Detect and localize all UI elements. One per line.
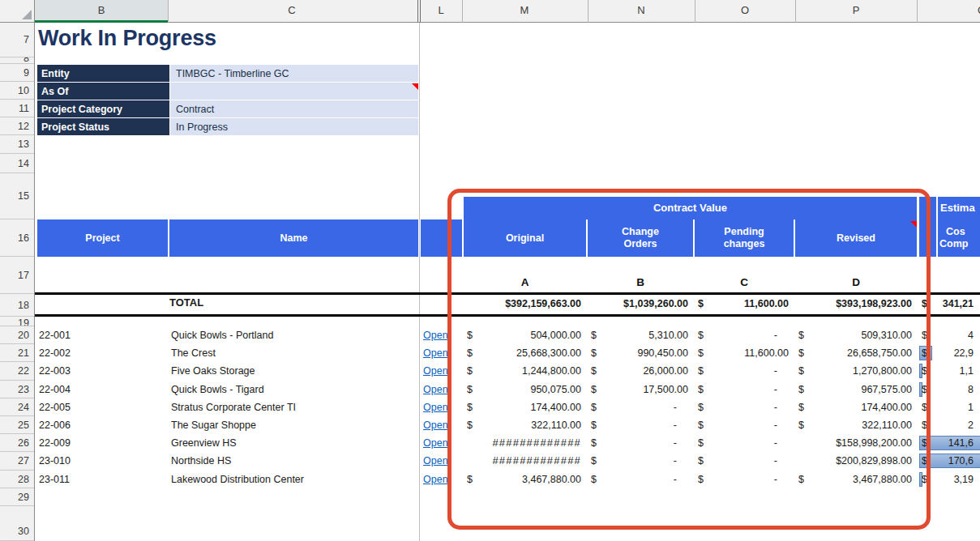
cell-project-code[interactable]: 22-006 (39, 416, 162, 434)
open-link[interactable]: Open (423, 381, 451, 398)
cell-m[interactable]: $174,400.00 (464, 398, 586, 416)
cell-m[interactable]: $322,110.00 (464, 416, 586, 434)
cell-m[interactable]: $1,244,800.00 (464, 362, 586, 380)
cell-m[interactable]: $504,000.00 (464, 326, 586, 344)
col-header-revised[interactable]: Revised (795, 219, 917, 257)
column-header-m[interactable]: M (520, 4, 529, 16)
row-header-29[interactable]: 29 (0, 488, 34, 506)
cell-project-name[interactable]: Quick Bowls - Portland (171, 326, 414, 344)
cell-project-code[interactable]: 23-010 (39, 452, 162, 470)
column-header-n[interactable]: N (637, 4, 644, 16)
cell-n[interactable]: $- (588, 452, 693, 470)
info-value-2[interactable]: Contract (170, 100, 418, 117)
cell-m[interactable]: ############# (464, 434, 586, 452)
open-link[interactable]: Open (423, 326, 451, 344)
row-header-22[interactable]: 22 (0, 362, 34, 381)
cell-project-code[interactable]: 22-009 (39, 434, 162, 452)
cell-m[interactable]: ############# (464, 452, 586, 470)
cell-p[interactable]: $200,829,898.00 (795, 452, 917, 470)
column-header-b[interactable]: B (98, 4, 105, 16)
cell-q[interactable]: $170,6 (918, 452, 978, 470)
group-header-estimated-clipped[interactable]: Estima (938, 197, 980, 219)
row-header-17[interactable]: 17 (0, 257, 34, 294)
column-header-p[interactable]: P (853, 4, 860, 16)
cell-n[interactable]: $5,310.00 (588, 326, 693, 344)
col-header-original[interactable]: Original (464, 219, 586, 257)
row-header-18[interactable]: 18 (0, 294, 34, 317)
open-link[interactable]: Open (423, 452, 451, 470)
cell-project-name[interactable]: Greenview HS (171, 434, 414, 452)
col-header-cost-completion-clipped[interactable]: Cos Comp (938, 219, 980, 257)
row-header-28[interactable]: 28 (0, 471, 34, 488)
col-header-link-blank[interactable] (421, 219, 462, 257)
total-q[interactable]: $341,21 (918, 295, 978, 313)
cell-project-name[interactable]: Lakewood Distribution Center (171, 471, 414, 488)
open-link[interactable]: Open (423, 434, 451, 452)
cell-project-name[interactable]: Quick Bowls - Tigard (171, 381, 414, 398)
group-header-spacer[interactable] (919, 197, 936, 219)
cell-p[interactable]: $509,310.00 (795, 326, 917, 344)
row-header-26[interactable]: 26 (0, 434, 34, 452)
row-header-16[interactable]: 16 (0, 219, 34, 257)
cell-q[interactable]: $8 (918, 381, 978, 398)
cell-o[interactable]: $- (695, 452, 794, 470)
cell-q[interactable]: $3,19 (918, 471, 978, 488)
cell-project-code[interactable]: 22-004 (39, 381, 162, 398)
cell-project-code[interactable]: 22-002 (39, 344, 162, 362)
cell-project-code[interactable]: 22-001 (39, 326, 162, 344)
open-link[interactable]: Open (423, 416, 451, 434)
open-link[interactable]: Open (423, 398, 451, 416)
cell-n[interactable]: $- (588, 416, 693, 434)
row-header-27[interactable]: 27 (0, 452, 34, 471)
column-header-o[interactable]: O (741, 4, 749, 16)
cell-o[interactable]: $- (695, 398, 794, 416)
cell-o[interactable]: $- (695, 326, 794, 344)
group-header-contract-value[interactable]: Contract Value (464, 197, 917, 219)
info-value-1[interactable] (170, 83, 418, 100)
cell-o[interactable]: $- (695, 416, 794, 434)
cell-project-name[interactable]: Northside HS (171, 452, 414, 470)
cell-project-name[interactable]: Stratus Corporate Center TI (171, 398, 414, 416)
row-header-14[interactable]: 14 (0, 154, 34, 173)
row-header-7[interactable]: 7 (0, 23, 34, 58)
cell-o[interactable]: $- (695, 381, 794, 398)
row-header-10[interactable]: 10 (0, 82, 34, 100)
row-header-19[interactable]: 19 (0, 317, 34, 326)
row-header-21[interactable]: 21 (0, 344, 34, 362)
row-header-13[interactable]: 13 (0, 135, 34, 154)
col-header-pending-changes[interactable]: Pending changes (695, 226, 794, 250)
row-header-30[interactable]: 30 (0, 506, 34, 541)
total-n[interactable]: $1,039,260.00 (588, 295, 693, 313)
cell-p[interactable]: $26,658,750.00 (795, 344, 917, 362)
cell-n[interactable]: $26,000.00 (588, 362, 693, 380)
row-header-9[interactable]: 9 (0, 64, 34, 82)
total-label[interactable]: TOTAL (169, 296, 203, 309)
cell-project-code[interactable]: 22-003 (39, 362, 162, 380)
cell-n[interactable]: $- (588, 434, 693, 452)
cell-project-name[interactable]: The Sugar Shoppe (171, 416, 414, 434)
cell-o[interactable]: $11,600.00 (695, 344, 794, 362)
column-header-c[interactable]: C (288, 4, 295, 16)
cell-p[interactable]: $3,467,880.00 (795, 471, 917, 488)
cell-o[interactable]: $- (695, 434, 794, 452)
cell-project-name[interactable]: The Crest (171, 344, 414, 362)
cell-p[interactable]: $1,270,800.00 (795, 362, 917, 380)
cell-q[interactable]: $1 (918, 398, 978, 416)
open-link[interactable]: Open (423, 344, 451, 362)
cell-m[interactable]: $25,668,300.00 (464, 344, 586, 362)
cell-p[interactable]: $322,110.00 (795, 416, 917, 434)
row-header-8[interactable]: 8 (0, 58, 34, 64)
col-header-spacer[interactable] (919, 219, 936, 257)
row-header-20[interactable]: 20 (0, 326, 34, 344)
cell-n[interactable]: $990,450.00 (588, 344, 693, 362)
col-header-change-orders[interactable]: Change Orders (588, 226, 693, 250)
cell-project-code[interactable]: 23-011 (39, 471, 162, 488)
row-header-23[interactable]: 23 (0, 381, 34, 398)
cell-n[interactable]: $- (588, 471, 693, 488)
cell-p[interactable]: $174,400.00 (795, 398, 917, 416)
cell-q[interactable]: $1,1 (918, 362, 978, 380)
cell-n[interactable]: $- (588, 398, 693, 416)
cell-project-name[interactable]: Five Oaks Storage (171, 362, 414, 380)
cell-n[interactable]: $17,500.00 (588, 381, 693, 398)
open-link[interactable]: Open (423, 362, 451, 380)
